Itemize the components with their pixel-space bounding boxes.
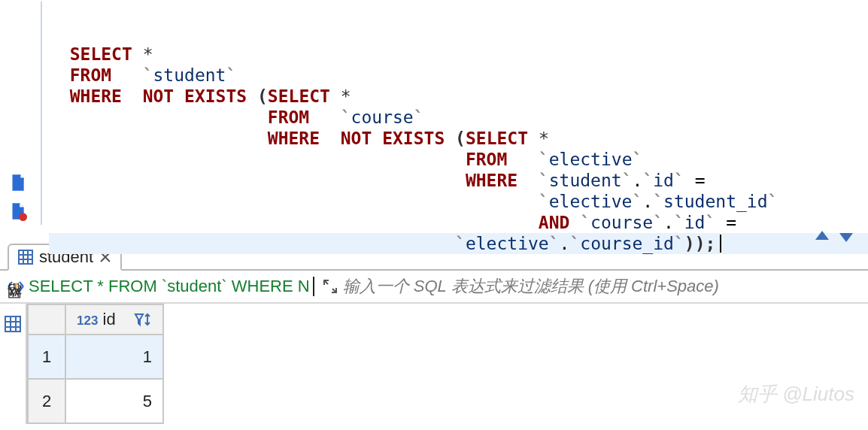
token-bt: ` (569, 234, 580, 253)
svg-marker-2 (839, 233, 853, 242)
token-sp (309, 107, 341, 128)
token-bt: ` (632, 150, 642, 169)
token-id: elective (549, 192, 633, 211)
token-bt: ` (642, 171, 653, 190)
token-id: student_id (663, 192, 767, 211)
token-op: = (695, 171, 706, 190)
code-line[interactable]: WHERE `student`.`id` = (49, 170, 868, 191)
token-id: elective (549, 150, 633, 169)
token-sp (70, 212, 539, 233)
svg-text:T: T (13, 282, 19, 292)
token-id: course (590, 213, 653, 232)
token-bt: ` (341, 108, 351, 127)
column-header-id[interactable]: 123 id (65, 304, 163, 335)
token-paren: ( (455, 129, 466, 148)
token-kw: FROM (70, 65, 111, 85)
token-bt: ` (143, 65, 153, 85)
code-line[interactable]: AND `course`.`id` = (49, 212, 868, 233)
token-star: * (143, 44, 153, 64)
token-bt: ` (539, 150, 549, 169)
token-bt: ` (768, 192, 778, 211)
code-area[interactable]: SELECT * FROM `student` WHERE NOT EXISTS… (49, 0, 868, 241)
nav-up-icon[interactable] (815, 231, 829, 243)
token-sp (320, 128, 341, 149)
cell-id[interactable]: 5 (65, 379, 163, 423)
code-line[interactable]: FROM `elective` (49, 149, 868, 170)
token-kw: SELECT (70, 44, 132, 64)
token-bt: ` (632, 192, 642, 211)
token-sp (684, 170, 695, 191)
table-row[interactable]: 25 (28, 379, 163, 423)
token-bt: ` (414, 108, 424, 127)
token-op: = (726, 213, 736, 232)
token-semi: ; (705, 234, 715, 253)
token-sp (111, 65, 143, 86)
token-kw: FROM (268, 108, 309, 127)
token-id: course_id (580, 234, 674, 253)
svg-point-0 (19, 213, 27, 221)
nav-arrows (815, 231, 853, 243)
token-sp (330, 86, 341, 107)
token-sp (528, 128, 539, 149)
code-line[interactable]: WHERE NOT EXISTS (SELECT * (49, 128, 868, 149)
token-id: id (653, 171, 674, 190)
token-bt: ` (580, 213, 590, 232)
token-kw: FROM (466, 150, 507, 169)
text-cursor (720, 235, 721, 253)
code-line[interactable]: `elective`.`course_id`)); (49, 233, 868, 254)
code-line[interactable]: SELECT * (49, 44, 868, 65)
sql-editor[interactable]: SELECT * FROM `student` WHERE NOT EXISTS… (0, 0, 868, 241)
token-bt: ` (705, 213, 715, 232)
table-row[interactable]: 11 (28, 335, 163, 379)
token-sp (70, 191, 539, 212)
token-op: . (560, 234, 570, 253)
sql-tag-icon: T (6, 278, 26, 295)
filter-sort-icon[interactable] (134, 312, 152, 327)
token-kw: SELECT (466, 129, 528, 148)
file-error-icon (8, 201, 27, 221)
token-op: . (663, 213, 674, 232)
token-paren: ) (695, 234, 706, 253)
token-sp (70, 170, 466, 191)
token-bt: ` (622, 171, 633, 190)
code-line[interactable]: `elective`.`student_id` (49, 191, 868, 212)
type-badge: 123 (77, 313, 98, 328)
token-op: . (642, 192, 653, 211)
svg-rect-9 (5, 316, 20, 332)
token-sp (70, 128, 268, 149)
token-kw: WHERE (466, 171, 517, 190)
new-file-icon (8, 173, 27, 192)
token-bt: ` (549, 234, 560, 253)
code-line[interactable]: WHERE NOT EXISTS (SELECT * (49, 86, 868, 107)
token-sp (445, 128, 455, 149)
corner-cell[interactable] (28, 304, 65, 335)
editor-gutter (0, 0, 34, 241)
token-id: student (549, 171, 622, 190)
table-icon (18, 250, 33, 265)
token-op: . (633, 171, 643, 190)
token-bt: ` (455, 234, 466, 253)
nav-down-icon[interactable] (839, 231, 853, 243)
row-number[interactable]: 1 (28, 335, 65, 379)
token-id: elective (466, 234, 549, 253)
code-line[interactable]: FROM `course` (49, 107, 868, 128)
token-sp (70, 149, 466, 170)
token-bt: ` (539, 192, 549, 211)
token-kw: WHERE (70, 86, 122, 106)
result-table[interactable]: 123 id 1125 (27, 304, 164, 424)
svg-marker-1 (815, 231, 829, 240)
token-bt: ` (674, 213, 684, 232)
token-bt: ` (539, 171, 549, 190)
token-bt: ` (674, 171, 684, 190)
fold-guide (34, 0, 49, 241)
grid-side-tab[interactable]: 网格 (0, 304, 27, 424)
token-kw: NOT EXISTS (143, 86, 247, 106)
token-sp (122, 86, 143, 107)
cell-id[interactable]: 1 (65, 335, 163, 379)
row-number[interactable]: 2 (28, 379, 65, 423)
token-sp (569, 212, 580, 233)
token-id: course (351, 108, 414, 127)
result-grid-zone: 网格 123 id (0, 304, 868, 424)
token-sp (70, 107, 268, 128)
code-line[interactable]: FROM `student` (49, 65, 868, 86)
